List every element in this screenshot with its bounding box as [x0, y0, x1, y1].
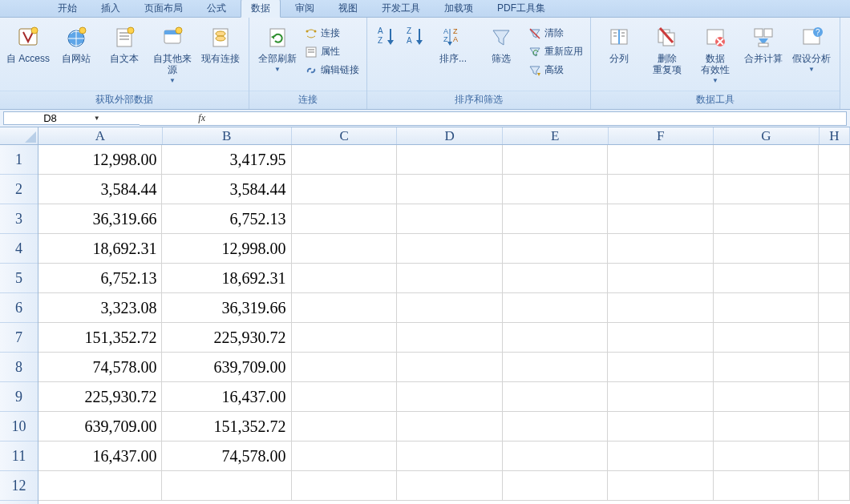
cell-B9[interactable]: 16,437.00 — [162, 382, 291, 412]
cell-F2[interactable] — [608, 175, 714, 204]
cell-D4[interactable] — [397, 234, 503, 264]
cell-F11[interactable] — [608, 442, 714, 471]
cell-B7[interactable]: 225,930.72 — [162, 323, 291, 353]
cells-area[interactable]: 12,998.003,417.953,584.443,584.4436,319.… — [38, 145, 850, 504]
cell-F7[interactable] — [608, 323, 714, 353]
cell-A12[interactable] — [38, 471, 162, 501]
cell-D12[interactable] — [397, 471, 503, 501]
cell-C9[interactable] — [292, 382, 398, 412]
cell-E2[interactable] — [503, 175, 609, 204]
cell-D7[interactable] — [397, 323, 503, 353]
advanced-filter[interactable]: 高级 — [526, 62, 585, 78]
row-header-3[interactable]: 3 — [0, 204, 38, 234]
cell-C12[interactable] — [292, 471, 398, 501]
cell-B2[interactable]: 3,584.44 — [162, 175, 291, 204]
cell-E8[interactable] — [503, 353, 609, 382]
cell-B3[interactable]: 6,752.13 — [162, 204, 291, 234]
cell-G7[interactable] — [714, 323, 820, 353]
cell-A6[interactable]: 3,323.08 — [38, 293, 162, 323]
cell-C1[interactable] — [292, 145, 398, 175]
from-access-button[interactable]: 自 Access — [5, 21, 51, 90]
cell-G11[interactable] — [714, 442, 820, 471]
clear-filter[interactable]: 清除 — [526, 26, 585, 41]
cell-H6[interactable] — [819, 293, 850, 323]
cell-C5[interactable] — [292, 264, 398, 293]
cell-E7[interactable] — [503, 323, 609, 353]
cell-B12[interactable] — [162, 471, 291, 501]
cell-A1[interactable]: 12,998.00 — [38, 145, 162, 175]
cell-A10[interactable]: 639,709.00 — [38, 412, 162, 442]
cell-E10[interactable] — [503, 412, 609, 442]
cell-B4[interactable]: 12,998.00 — [162, 234, 291, 264]
cell-D11[interactable] — [397, 442, 503, 471]
cell-A11[interactable]: 16,437.00 — [38, 442, 162, 471]
row-header-6[interactable]: 6 — [0, 293, 38, 323]
from-text-button[interactable]: 自文本 — [101, 21, 148, 90]
cell-D6[interactable] — [397, 293, 503, 323]
name-box[interactable]: D8 ▼ — [3, 111, 140, 125]
tab-视图[interactable]: 视图 — [329, 0, 367, 17]
cell-H10[interactable] — [819, 412, 850, 442]
sort-button[interactable]: AZZA排序... — [430, 21, 476, 90]
cell-H3[interactable] — [819, 204, 850, 234]
cell-A8[interactable]: 74,578.00 — [38, 353, 162, 382]
column-header-H[interactable]: H — [820, 127, 850, 144]
cell-G3[interactable] — [714, 204, 820, 234]
cell-H9[interactable] — [819, 382, 850, 412]
row-header-10[interactable]: 10 — [0, 412, 38, 442]
cell-A4[interactable]: 18,692.31 — [38, 234, 162, 264]
cell-C2[interactable] — [292, 175, 398, 204]
cell-E1[interactable] — [503, 145, 609, 175]
cell-E5[interactable] — [503, 264, 609, 293]
cell-G9[interactable] — [714, 382, 820, 412]
cell-E12[interactable] — [503, 471, 609, 501]
cell-G12[interactable] — [714, 471, 820, 501]
cell-G10[interactable] — [714, 412, 820, 442]
row-header-4[interactable]: 4 — [0, 234, 38, 264]
text-to-columns-button[interactable]: 分列 — [596, 21, 642, 90]
cell-E9[interactable] — [503, 382, 609, 412]
from-other-button[interactable]: 自其他来源▼ — [149, 21, 196, 90]
cell-E6[interactable] — [503, 293, 609, 323]
cell-D8[interactable] — [397, 353, 503, 382]
column-header-C[interactable]: C — [292, 127, 398, 144]
formula-input[interactable] — [210, 111, 847, 126]
connections-btn[interactable]: 连接 — [302, 26, 362, 41]
cell-F12[interactable] — [608, 471, 714, 501]
refresh-all-button[interactable]: 全部刷新▼ — [254, 21, 301, 90]
cell-C7[interactable] — [292, 323, 398, 353]
sort-asc-button[interactable]: AZ — [372, 21, 399, 53]
cell-G8[interactable] — [714, 353, 820, 382]
column-header-E[interactable]: E — [503, 127, 609, 144]
cell-B1[interactable]: 3,417.95 — [162, 145, 291, 175]
row-header-12[interactable]: 12 — [0, 471, 38, 501]
cell-F10[interactable] — [608, 412, 714, 442]
cell-H5[interactable] — [819, 264, 850, 293]
row-header-8[interactable]: 8 — [0, 353, 38, 382]
cell-H1[interactable] — [819, 145, 850, 175]
cell-C8[interactable] — [292, 353, 398, 382]
data-validation-button[interactable]: 数据 有效性▼ — [692, 21, 739, 90]
cell-H4[interactable] — [819, 234, 850, 264]
cell-A5[interactable]: 6,752.13 — [38, 264, 162, 293]
row-header-9[interactable]: 9 — [0, 382, 38, 412]
cell-G6[interactable] — [714, 293, 820, 323]
cell-A3[interactable]: 36,319.66 — [38, 204, 162, 234]
tab-插入[interactable]: 插入 — [91, 0, 130, 17]
from-web-button[interactable]: 自网站 — [53, 21, 99, 90]
cell-D2[interactable] — [397, 175, 503, 204]
column-header-G[interactable]: G — [714, 127, 820, 144]
cell-F4[interactable] — [608, 234, 714, 264]
cell-B5[interactable]: 18,692.31 — [162, 264, 291, 293]
cell-F3[interactable] — [608, 204, 714, 234]
row-header-5[interactable]: 5 — [0, 264, 38, 293]
cell-B10[interactable]: 151,352.72 — [162, 412, 291, 442]
cell-A7[interactable]: 151,352.72 — [38, 323, 162, 353]
cell-A2[interactable]: 3,584.44 — [38, 175, 162, 204]
row-header-2[interactable]: 2 — [0, 175, 38, 204]
column-header-B[interactable]: B — [163, 127, 292, 144]
reapply-filter[interactable]: 重新应用 — [526, 44, 585, 59]
what-if-button[interactable]: ?假设分析▼ — [788, 21, 835, 90]
tab-加载项[interactable]: 加载项 — [435, 0, 483, 17]
cell-E11[interactable] — [503, 442, 609, 471]
